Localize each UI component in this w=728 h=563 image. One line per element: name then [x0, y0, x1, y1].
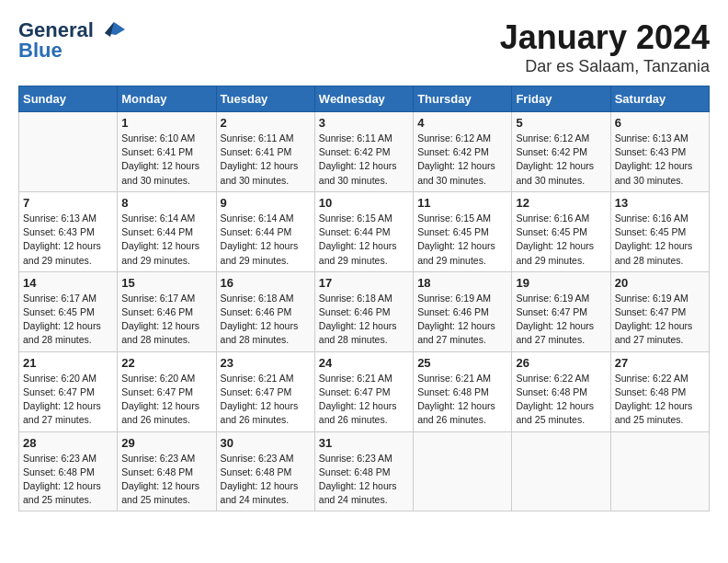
calendar-cell: 23Sunrise: 6:21 AM Sunset: 6:47 PM Dayli… — [216, 351, 314, 431]
day-info: Sunrise: 6:22 AM Sunset: 6:48 PM Dayligh… — [615, 372, 705, 428]
day-header-wednesday: Wednesday — [314, 86, 413, 112]
day-info: Sunrise: 6:14 AM Sunset: 6:44 PM Dayligh… — [121, 212, 211, 268]
calendar-week-row: 7Sunrise: 6:13 AM Sunset: 6:43 PM Daylig… — [19, 191, 710, 271]
calendar-cell — [512, 431, 610, 511]
day-info: Sunrise: 6:11 AM Sunset: 6:41 PM Dayligh… — [221, 132, 311, 188]
day-number: 17 — [319, 276, 409, 290]
calendar-cell: 12Sunrise: 6:16 AM Sunset: 6:45 PM Dayli… — [512, 191, 610, 271]
calendar-cell: 8Sunrise: 6:14 AM Sunset: 6:44 PM Daylig… — [118, 191, 216, 271]
calendar-cell: 27Sunrise: 6:22 AM Sunset: 6:48 PM Dayli… — [610, 351, 709, 431]
calendar-header-row: SundayMondayTuesdayWednesdayThursdayFrid… — [19, 86, 710, 112]
day-info: Sunrise: 6:16 AM Sunset: 6:45 PM Dayligh… — [516, 212, 606, 268]
day-number: 1 — [121, 116, 211, 130]
day-info: Sunrise: 6:15 AM Sunset: 6:45 PM Dayligh… — [417, 212, 507, 268]
calendar-cell: 2Sunrise: 6:11 AM Sunset: 6:41 PM Daylig… — [216, 112, 314, 192]
calendar-cell: 29Sunrise: 6:23 AM Sunset: 6:48 PM Dayli… — [118, 431, 216, 511]
calendar-body: 1Sunrise: 6:10 AM Sunset: 6:41 PM Daylig… — [19, 112, 710, 511]
calendar-cell: 9Sunrise: 6:14 AM Sunset: 6:44 PM Daylig… — [216, 191, 314, 271]
day-number: 19 — [516, 276, 606, 290]
day-header-monday: Monday — [118, 86, 216, 112]
day-info: Sunrise: 6:19 AM Sunset: 6:47 PM Dayligh… — [516, 292, 606, 348]
day-number: 26 — [516, 356, 606, 370]
day-info: Sunrise: 6:18 AM Sunset: 6:46 PM Dayligh… — [221, 292, 311, 348]
day-number: 28 — [23, 436, 113, 450]
day-info: Sunrise: 6:19 AM Sunset: 6:46 PM Dayligh… — [417, 292, 507, 348]
day-header-saturday: Saturday — [610, 86, 709, 112]
day-number: 30 — [221, 436, 311, 450]
day-info: Sunrise: 6:19 AM Sunset: 6:47 PM Dayligh… — [615, 292, 705, 348]
day-number: 31 — [319, 436, 409, 450]
calendar-cell — [610, 431, 709, 511]
day-number: 20 — [615, 276, 705, 290]
day-number: 27 — [615, 356, 705, 370]
logo-bird-icon — [96, 20, 125, 40]
day-info: Sunrise: 6:22 AM Sunset: 6:48 PM Dayligh… — [516, 372, 606, 428]
day-header-tuesday: Tuesday — [216, 86, 314, 112]
day-number: 22 — [121, 356, 211, 370]
calendar-cell: 22Sunrise: 6:20 AM Sunset: 6:47 PM Dayli… — [118, 351, 216, 431]
day-number: 14 — [23, 276, 113, 290]
calendar-week-row: 28Sunrise: 6:23 AM Sunset: 6:48 PM Dayli… — [19, 431, 710, 511]
day-info: Sunrise: 6:20 AM Sunset: 6:47 PM Dayligh… — [23, 372, 113, 428]
day-info: Sunrise: 6:13 AM Sunset: 6:43 PM Dayligh… — [615, 132, 705, 188]
day-info: Sunrise: 6:15 AM Sunset: 6:44 PM Dayligh… — [319, 212, 409, 268]
day-number: 29 — [121, 436, 211, 450]
calendar-cell: 18Sunrise: 6:19 AM Sunset: 6:46 PM Dayli… — [414, 271, 512, 351]
calendar-cell: 3Sunrise: 6:11 AM Sunset: 6:42 PM Daylig… — [314, 112, 413, 192]
calendar-cell: 11Sunrise: 6:15 AM Sunset: 6:45 PM Dayli… — [414, 191, 512, 271]
calendar-cell: 20Sunrise: 6:19 AM Sunset: 6:47 PM Dayli… — [610, 271, 709, 351]
calendar-cell: 24Sunrise: 6:21 AM Sunset: 6:47 PM Dayli… — [314, 351, 413, 431]
day-info: Sunrise: 6:23 AM Sunset: 6:48 PM Dayligh… — [319, 452, 409, 508]
calendar-cell: 21Sunrise: 6:20 AM Sunset: 6:47 PM Dayli… — [19, 351, 118, 431]
day-info: Sunrise: 6:17 AM Sunset: 6:45 PM Dayligh… — [23, 292, 113, 348]
calendar-cell: 26Sunrise: 6:22 AM Sunset: 6:48 PM Dayli… — [512, 351, 610, 431]
page-title: January 2024 — [500, 18, 710, 57]
page-subtitle: Dar es Salaam, Tanzania — [500, 57, 710, 76]
calendar-week-row: 1Sunrise: 6:10 AM Sunset: 6:41 PM Daylig… — [19, 112, 710, 192]
day-info: Sunrise: 6:13 AM Sunset: 6:43 PM Dayligh… — [23, 212, 113, 268]
day-info: Sunrise: 6:23 AM Sunset: 6:48 PM Dayligh… — [121, 452, 211, 508]
day-number: 23 — [221, 356, 311, 370]
calendar-cell: 28Sunrise: 6:23 AM Sunset: 6:48 PM Dayli… — [19, 431, 118, 511]
day-number: 3 — [319, 116, 409, 130]
day-number: 25 — [417, 356, 507, 370]
day-number: 8 — [121, 196, 211, 210]
calendar-table: SundayMondayTuesdayWednesdayThursdayFrid… — [18, 86, 710, 511]
calendar-cell: 13Sunrise: 6:16 AM Sunset: 6:45 PM Dayli… — [610, 191, 709, 271]
calendar-cell: 4Sunrise: 6:12 AM Sunset: 6:42 PM Daylig… — [414, 112, 512, 192]
page-header: General Blue January 2024 Dar es Salaam,… — [18, 18, 710, 76]
day-number: 13 — [615, 196, 705, 210]
day-info: Sunrise: 6:23 AM Sunset: 6:48 PM Dayligh… — [23, 452, 113, 508]
day-info: Sunrise: 6:12 AM Sunset: 6:42 PM Dayligh… — [417, 132, 507, 188]
calendar-cell: 16Sunrise: 6:18 AM Sunset: 6:46 PM Dayli… — [216, 271, 314, 351]
day-number: 9 — [221, 196, 311, 210]
day-info: Sunrise: 6:17 AM Sunset: 6:46 PM Dayligh… — [121, 292, 211, 348]
calendar-cell: 5Sunrise: 6:12 AM Sunset: 6:42 PM Daylig… — [512, 112, 610, 192]
logo-blue: Blue — [18, 39, 63, 63]
calendar-cell: 30Sunrise: 6:23 AM Sunset: 6:48 PM Dayli… — [216, 431, 314, 511]
calendar-week-row: 21Sunrise: 6:20 AM Sunset: 6:47 PM Dayli… — [19, 351, 710, 431]
day-number: 15 — [121, 276, 211, 290]
day-number: 16 — [221, 276, 311, 290]
day-info: Sunrise: 6:14 AM Sunset: 6:44 PM Dayligh… — [221, 212, 311, 268]
day-number: 6 — [615, 116, 705, 130]
day-number: 10 — [319, 196, 409, 210]
day-number: 24 — [319, 356, 409, 370]
day-info: Sunrise: 6:16 AM Sunset: 6:45 PM Dayligh… — [615, 212, 705, 268]
day-header-sunday: Sunday — [19, 86, 118, 112]
day-header-friday: Friday — [512, 86, 610, 112]
calendar-cell: 10Sunrise: 6:15 AM Sunset: 6:44 PM Dayli… — [314, 191, 413, 271]
calendar-cell: 25Sunrise: 6:21 AM Sunset: 6:48 PM Dayli… — [414, 351, 512, 431]
day-number: 7 — [23, 196, 113, 210]
day-info: Sunrise: 6:12 AM Sunset: 6:42 PM Dayligh… — [516, 132, 606, 188]
day-info: Sunrise: 6:18 AM Sunset: 6:46 PM Dayligh… — [319, 292, 409, 348]
calendar-cell — [19, 112, 118, 192]
day-number: 5 — [516, 116, 606, 130]
calendar-cell: 1Sunrise: 6:10 AM Sunset: 6:41 PM Daylig… — [118, 112, 216, 192]
day-info: Sunrise: 6:21 AM Sunset: 6:47 PM Dayligh… — [221, 372, 311, 428]
calendar-cell: 17Sunrise: 6:18 AM Sunset: 6:46 PM Dayli… — [314, 271, 413, 351]
day-info: Sunrise: 6:11 AM Sunset: 6:42 PM Dayligh… — [319, 132, 409, 188]
day-info: Sunrise: 6:21 AM Sunset: 6:48 PM Dayligh… — [417, 372, 507, 428]
calendar-cell — [414, 431, 512, 511]
calendar-cell: 6Sunrise: 6:13 AM Sunset: 6:43 PM Daylig… — [610, 112, 709, 192]
